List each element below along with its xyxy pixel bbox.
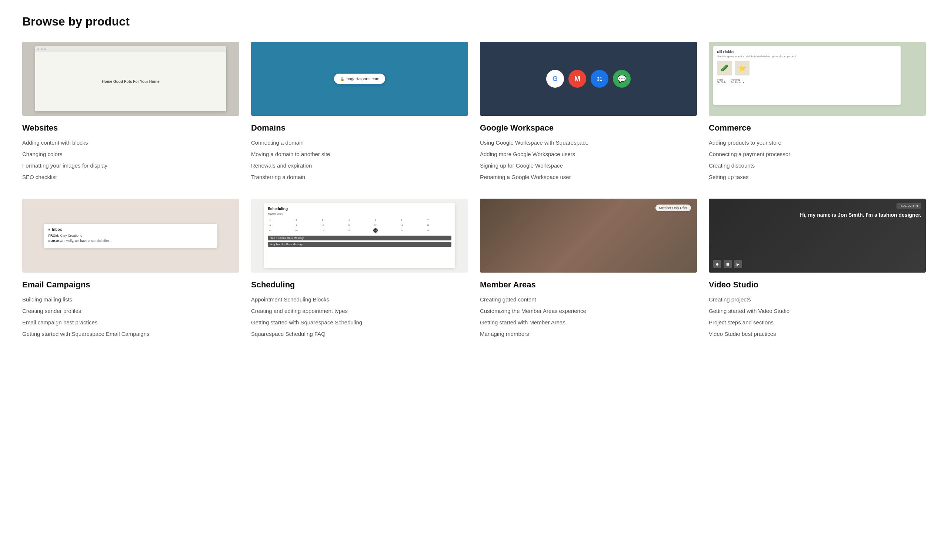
list-item: Getting started with Squarespace Schedul… <box>251 318 468 326</box>
cal-cell: 7 <box>426 218 430 222</box>
link-scheduling-2[interactable]: Getting started with Squarespace Schedul… <box>251 319 362 326</box>
cal-cell: 21 <box>426 228 430 233</box>
cal-cell: 16 <box>294 228 298 233</box>
product-image-commerce: Dill Pickles Use this space to add a bri… <box>709 42 926 116</box>
video-record-button[interactable]: ⏺ <box>713 260 721 268</box>
link-domains-0[interactable]: Connecting a domain <box>251 140 304 146</box>
sched-appointment-1: Fran Clemons: Back Massage <box>268 235 451 240</box>
product-name-email: Email Campaigns <box>22 280 239 289</box>
commerce-meta: PriceOn Sale Portfolio –Published ▸ <box>717 78 897 84</box>
link-websites-0[interactable]: Adding content with blocks <box>22 140 88 146</box>
google-cal-icon: 31 <box>591 70 608 88</box>
link-scheduling-0[interactable]: Appointment Scheduling Blocks <box>251 296 329 303</box>
product-grid: Home Good Pots For Your Home Websites Ad… <box>22 42 926 338</box>
product-image-video: HIDE SCRIPT Hi, my name is Jon Smith. I'… <box>709 198 926 272</box>
list-item: Creating and editing appointment types <box>251 307 468 315</box>
link-email-2[interactable]: Email campaign best practices <box>22 319 97 326</box>
link-commerce-0[interactable]: Adding products to your store <box>709 140 781 146</box>
video-stop-button[interactable]: ⏹ <box>724 260 732 268</box>
link-commerce-3[interactable]: Setting up taxes <box>709 174 749 180</box>
link-websites-1[interactable]: Changing colors <box>22 151 62 157</box>
list-item: Building mailing lists <box>22 295 239 303</box>
product-name-scheduling: Scheduling <box>251 280 468 289</box>
list-item: Moving a domain to another site <box>251 150 468 158</box>
commerce-portfolio-label: Portfolio –Published ▸ <box>730 78 744 84</box>
link-domains-1[interactable]: Moving a domain to another site <box>251 151 330 157</box>
product-image-scheduling: Scheduling March 2020 1 2 3 4 5 6 7 8 9 … <box>251 198 468 272</box>
list-item: SEO checklist <box>22 173 239 181</box>
cal-cell: 20 <box>400 228 404 233</box>
commerce-mock-card: Dill Pickles Use this space to add a bri… <box>713 46 900 105</box>
email-subject-row: SUBJECT: Molly, we have a special offer.… <box>48 239 213 243</box>
video-control-bar: ⏺ ⏹ ▶ <box>713 260 742 268</box>
list-item: Renewals and expiration <box>251 162 468 169</box>
product-name-member: Member Areas <box>480 280 697 289</box>
subject-label: SUBJECT: <box>48 239 65 243</box>
product-image-websites: Home Good Pots For Your Home <box>22 42 239 116</box>
cal-cell: 17 <box>320 228 325 233</box>
link-google-1[interactable]: Adding more Google Workspace users <box>480 151 575 157</box>
product-image-google: G M 31 💬 <box>480 42 697 116</box>
list-item: Changing colors <box>22 150 239 158</box>
link-video-1[interactable]: Getting started with Video Studio <box>709 308 789 314</box>
link-member-3[interactable]: Managing members <box>480 331 529 337</box>
from-label: FROM: <box>48 234 60 237</box>
link-scheduling-3[interactable]: Squarespace Scheduling FAQ <box>251 331 326 337</box>
product-links-email: Building mailing lists Creating sender p… <box>22 295 239 338</box>
cal-cell: 14 <box>426 223 430 228</box>
cal-cell: 8 <box>268 223 272 228</box>
list-item: Getting started with Member Areas <box>480 318 697 326</box>
link-domains-3[interactable]: Transferring a domain <box>251 174 305 180</box>
link-email-3[interactable]: Getting started with Squarespace Email C… <box>22 331 150 337</box>
link-commerce-2[interactable]: Creating discounts <box>709 162 755 169</box>
product-links-video: Creating projects Getting started with V… <box>709 295 926 338</box>
product-name-video: Video Studio <box>709 280 926 289</box>
cal-cell: 5 <box>373 218 378 222</box>
list-item: Creating gated content <box>480 295 697 303</box>
google-m-icon: M <box>568 70 586 88</box>
product-card-email: ≡ Inbox FROM: Clay Creations SUBJECT: Mo… <box>22 198 239 338</box>
link-member-0[interactable]: Creating gated content <box>480 296 536 303</box>
product-card-websites: Home Good Pots For Your Home Websites Ad… <box>22 42 239 181</box>
link-google-2[interactable]: Signing up for Google Workspace <box>480 162 563 169</box>
link-email-0[interactable]: Building mailing lists <box>22 296 72 303</box>
link-video-3[interactable]: Video Studio best practices <box>709 331 776 337</box>
email-inbox-label: ≡ Inbox <box>48 228 213 232</box>
link-domains-2[interactable]: Renewals and expiration <box>251 162 312 169</box>
link-member-2[interactable]: Getting started with Member Areas <box>480 319 565 326</box>
product-links-scheduling: Appointment Scheduling Blocks Creating a… <box>251 295 468 338</box>
link-websites-2[interactable]: Formatting your images for display <box>22 162 107 169</box>
link-scheduling-1[interactable]: Creating and editing appointment types <box>251 308 348 314</box>
link-email-1[interactable]: Creating sender profiles <box>22 308 81 314</box>
list-item: Setting up taxes <box>709 173 926 181</box>
list-item: Managing members <box>480 330 697 338</box>
video-play-button[interactable]: ▶ <box>734 260 742 268</box>
list-item: Adding content with blocks <box>22 139 239 146</box>
link-websites-3[interactable]: SEO checklist <box>22 174 57 180</box>
commerce-img-1: 🥒 <box>717 61 732 75</box>
link-member-1[interactable]: Customizing the Member Areas experience <box>480 308 586 314</box>
list-item: Connecting a domain <box>251 139 468 146</box>
list-item: Formatting your images for display <box>22 162 239 169</box>
link-commerce-1[interactable]: Connecting a payment processor <box>709 151 790 157</box>
scheduling-month: March 2020 <box>268 212 451 215</box>
link-google-3[interactable]: Renaming a Google Workspace user <box>480 174 571 180</box>
cal-cell: 12 <box>373 223 378 228</box>
from-value: Clay Creations <box>60 234 82 237</box>
product-card-scheduling: Scheduling March 2020 1 2 3 4 5 6 7 8 9 … <box>251 198 468 338</box>
list-item: Signing up for Google Workspace <box>480 162 697 169</box>
page-title: Browse by product <box>22 15 926 28</box>
websites-image-text: Home Good Pots For Your Home <box>35 52 226 111</box>
product-links-domains: Connecting a domain Moving a domain to a… <box>251 139 468 181</box>
link-video-0[interactable]: Creating projects <box>709 296 750 303</box>
product-links-google: Using Google Workspace with Squarespace … <box>480 139 697 181</box>
link-google-0[interactable]: Using Google Workspace with Squarespace <box>480 140 588 146</box>
scheduling-calendar-grid: 1 2 3 4 5 6 7 8 9 10 11 12 13 14 15 16 1 <box>268 218 451 233</box>
commerce-product-title: Dill Pickles <box>717 50 897 54</box>
list-item: Getting started with Squarespace Email C… <box>22 330 239 338</box>
cal-cell-active: 19 <box>373 228 378 233</box>
domain-pill: 🔒 bogart-sports.com <box>334 74 386 84</box>
link-video-2[interactable]: Project steps and sections <box>709 319 774 326</box>
list-item: Squarespace Scheduling FAQ <box>251 330 468 338</box>
sched-appointment-2: Holly Murphy: Back Massage <box>268 242 451 247</box>
